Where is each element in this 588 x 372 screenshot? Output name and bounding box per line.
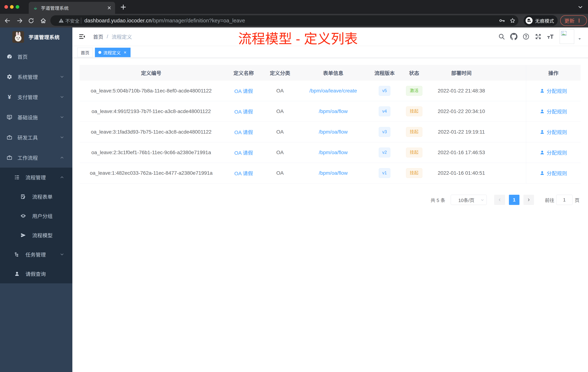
cell-filler bbox=[493, 101, 526, 121]
tab-close-icon[interactable] bbox=[107, 5, 112, 10]
cell-status: 激活 bbox=[398, 81, 430, 101]
gear-icon bbox=[7, 74, 12, 80]
not-secure-warning-icon bbox=[58, 18, 64, 23]
sidebar-item-leave-query[interactable]: 请假查询 bbox=[0, 264, 72, 283]
briefcase-icon bbox=[7, 134, 12, 140]
sidebar-logo[interactable]: 芋道管理系统 bbox=[0, 27, 72, 46]
goto-page-input[interactable] bbox=[556, 195, 573, 205]
help-question-icon[interactable] bbox=[522, 33, 530, 40]
github-icon[interactable] bbox=[510, 33, 517, 40]
window-minimize-button[interactable] bbox=[10, 5, 14, 9]
status-badge: 挂起 bbox=[406, 127, 422, 137]
browser-home-icon[interactable] bbox=[40, 17, 47, 24]
assign-rule-button[interactable]: 分配规则 bbox=[540, 169, 567, 177]
definition-name-link[interactable]: OA 请假 bbox=[234, 128, 253, 136]
version-badge: v3 bbox=[379, 127, 390, 137]
chevron-up-icon bbox=[60, 175, 64, 180]
definition-name-link[interactable]: OA 请假 bbox=[234, 169, 253, 177]
browser-menu-kebab-icon[interactable] bbox=[577, 17, 581, 24]
sidebar-item-label: 支付管理 bbox=[17, 93, 38, 101]
status-badge: 挂起 bbox=[406, 148, 422, 157]
definition-name-link[interactable]: OA 请假 bbox=[234, 149, 253, 156]
sidebar-item-workflow[interactable]: 工作流程 bbox=[0, 147, 72, 168]
assign-rule-label: 分配规则 bbox=[546, 149, 567, 156]
sidebar-item-process-model[interactable]: 流程模型 bbox=[0, 226, 72, 245]
form-info-link[interactable]: /bpm/oa/flow bbox=[319, 109, 348, 114]
browser-chrome: 芋道管理系统 bbox=[0, 0, 588, 27]
col-header-definition-name: 定义名称 bbox=[223, 65, 264, 81]
window-close-button[interactable] bbox=[4, 5, 8, 9]
cell-status: 挂起 bbox=[398, 142, 430, 163]
bookmark-star-icon[interactable] bbox=[509, 17, 516, 24]
pagination-next-button[interactable] bbox=[524, 195, 534, 205]
peoples-icon bbox=[20, 213, 26, 219]
sidebar-item-process-management[interactable]: 流程管理 bbox=[0, 168, 72, 187]
assign-rule-button[interactable]: 分配规则 bbox=[540, 128, 567, 136]
logo-avatar bbox=[12, 31, 24, 43]
form-info-link[interactable]: /bpm/oa/leave/create bbox=[309, 88, 357, 94]
sidebar-item-system[interactable]: 系统管理 bbox=[0, 67, 72, 87]
assign-rule-button[interactable]: 分配规则 bbox=[540, 87, 567, 94]
sidebar-item-user-group[interactable]: 用户分组 bbox=[0, 206, 72, 226]
assign-rule-button[interactable]: 分配规则 bbox=[540, 108, 567, 115]
user-avatar-broken[interactable] bbox=[560, 29, 574, 44]
form-info-link[interactable]: /bpm/oa/flow bbox=[319, 170, 348, 176]
window-zoom-button[interactable] bbox=[16, 5, 19, 9]
chevron-down-icon bbox=[60, 115, 64, 120]
fullscreen-icon[interactable] bbox=[535, 33, 542, 40]
pagination-page-1[interactable]: 1 bbox=[509, 195, 519, 205]
tag-process-definition[interactable]: 流程定义 bbox=[95, 48, 131, 57]
tab-search-chevron-icon[interactable] bbox=[577, 4, 584, 10]
pagination-prev-button[interactable] bbox=[494, 195, 505, 205]
breadcrumb-home[interactable]: 首页 bbox=[93, 33, 103, 40]
security-label[interactable]: 不安全 bbox=[65, 17, 79, 24]
sidebar-item-process-form[interactable]: 流程表单 bbox=[0, 187, 72, 206]
assign-rule-button[interactable]: 分配规则 bbox=[540, 149, 567, 156]
guide-icon bbox=[20, 232, 26, 238]
caret-down-icon[interactable] bbox=[578, 37, 582, 41]
pagination-total: 共 5 条 bbox=[430, 197, 445, 203]
browser-reload-icon[interactable] bbox=[28, 17, 34, 24]
form-info-link[interactable]: /bpm/oa/flow bbox=[319, 150, 348, 155]
pagination: 共 5 条 10条/页 1 前往 页 bbox=[430, 195, 579, 205]
dashboard-icon bbox=[7, 54, 12, 59]
cell-form-info: /bpm/oa/flow bbox=[295, 122, 371, 142]
cell-actions: 分配规则 bbox=[526, 101, 580, 121]
address-bar[interactable]: 不安全 dashboard.yudao.iocoder.cn/bpm/manag… bbox=[50, 15, 518, 26]
sidebar-item-home[interactable]: 首页 bbox=[0, 46, 72, 67]
new-tab-button-plus-icon[interactable] bbox=[120, 4, 127, 10]
browser-forward-icon[interactable] bbox=[17, 17, 23, 24]
tag-close-icon[interactable] bbox=[123, 50, 127, 55]
definition-name-link[interactable]: OA 请假 bbox=[234, 87, 253, 94]
browser-back-icon[interactable] bbox=[4, 17, 10, 24]
incognito-label: 无痕模式 bbox=[535, 17, 554, 24]
cell-form-info: /bpm/oa/flow bbox=[295, 101, 371, 121]
sidebar-item-task-management[interactable]: 任务管理 bbox=[0, 245, 72, 264]
sidebar-fold-icon[interactable] bbox=[79, 33, 85, 40]
sidebar-item-infrastructure[interactable]: 基础设施 bbox=[0, 107, 72, 127]
definition-name-link[interactable]: OA 请假 bbox=[234, 108, 253, 115]
search-icon[interactable] bbox=[498, 33, 505, 40]
assign-rule-label: 分配规则 bbox=[546, 169, 567, 177]
update-label: 更新 bbox=[564, 17, 575, 24]
page-size-select[interactable]: 10条/页 bbox=[451, 195, 487, 205]
cell-filler bbox=[493, 122, 526, 142]
font-size-icon[interactable] bbox=[547, 33, 554, 40]
col-header-status: 状态 bbox=[398, 65, 430, 81]
form-icon bbox=[20, 194, 26, 199]
password-key-icon[interactable] bbox=[499, 17, 505, 24]
tag-home[interactable]: 首页 bbox=[77, 48, 93, 57]
sidebar-item-label: 请假查询 bbox=[25, 270, 46, 277]
tab-title: 芋道管理系统 bbox=[41, 5, 69, 11]
main-area: 首页 / 流程定义 bbox=[72, 27, 588, 372]
sidebar-item-payment[interactable]: ¥ 支付管理 bbox=[0, 87, 72, 107]
browser-update-button[interactable]: 更新 bbox=[560, 15, 587, 26]
browser-tab[interactable]: 芋道管理系统 bbox=[29, 2, 115, 14]
sidebar-item-devtools[interactable]: 研发工具 bbox=[0, 127, 72, 147]
url-text[interactable]: dashboard.yudao.iocoder.cn/bpm/manager/d… bbox=[84, 18, 245, 24]
form-info-link[interactable]: /bpm/oa/flow bbox=[319, 129, 348, 135]
sidebar-item-label: 系统管理 bbox=[17, 73, 38, 80]
sidebar-item-label: 用户分组 bbox=[32, 212, 52, 219]
col-header-actions: 操作 bbox=[526, 65, 580, 81]
sidebar-submenu-workflow: 流程管理 流程表单 用户分组 bbox=[0, 168, 72, 283]
